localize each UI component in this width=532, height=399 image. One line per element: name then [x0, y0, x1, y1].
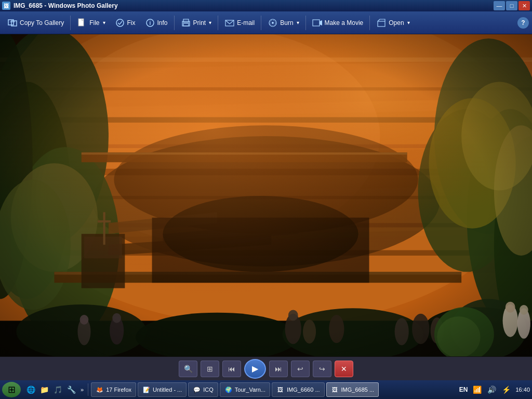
separator-1: [70, 16, 71, 30]
zoom-button[interactable]: 🔍: [179, 361, 197, 377]
taskbar-img6660[interactable]: 🖼 IMG_6660 ...: [272, 382, 325, 397]
tour-taskbar-icon: 🌍: [224, 385, 233, 394]
delete-icon: ✕: [341, 365, 347, 373]
photo-viewer: [0, 34, 532, 356]
burn-button[interactable]: Burn ▾: [263, 14, 303, 32]
taskbar: ⊞ 🌐 📁 🎵 🔧 » 🦊 17 Firefox 📝 Untitled - ..…: [0, 380, 532, 399]
separator-6: [369, 16, 370, 30]
print-label: Print: [193, 19, 206, 26]
svg-rect-14: [378, 21, 385, 26]
firefox-label: 17 Firefox: [106, 387, 131, 393]
open-button[interactable]: Open ▾: [372, 14, 414, 32]
back-icon: ↩: [297, 365, 303, 373]
email-icon: [224, 18, 235, 28]
network-tray-icon[interactable]: 📶: [471, 383, 483, 396]
title-bar-controls: — □ ✕: [494, 1, 530, 10]
play-button[interactable]: ▶: [244, 359, 266, 379]
file-label: File: [89, 19, 99, 26]
img6660-label: IMG_6660 ...: [287, 387, 320, 393]
layout-icon: ⊞: [207, 365, 213, 373]
play-icon: ▶: [252, 364, 258, 374]
power-tray-icon[interactable]: ⚡: [500, 383, 512, 396]
photo-image: [0, 34, 532, 356]
prev-icon: ⏮: [228, 365, 235, 373]
email-button[interactable]: E-mail: [220, 14, 259, 32]
svg-rect-13: [313, 20, 320, 26]
layout-button[interactable]: ⊞: [201, 361, 219, 377]
copy-to-gallery-button[interactable]: Copy To Gallery: [3, 14, 68, 32]
file-dropdown-icon: ▾: [103, 20, 105, 25]
minimize-button[interactable]: —: [494, 1, 505, 10]
burn-icon: [268, 18, 278, 28]
separator-2: [174, 16, 175, 30]
info-icon: i: [145, 18, 155, 28]
svg-text:i: i: [149, 20, 151, 26]
taskbar-tour[interactable]: 🌍 Tour_Varn...: [220, 382, 270, 397]
app-icon: 🖼: [2, 2, 10, 10]
burn-label: Burn: [280, 19, 293, 26]
next-button[interactable]: ⏭: [269, 361, 288, 377]
icq-taskbar-icon: 💬: [193, 385, 201, 394]
print-icon: [181, 18, 191, 28]
svg-rect-86: [0, 34, 532, 356]
untitled-taskbar-icon: 📝: [142, 385, 151, 394]
print-button[interactable]: Print ▾: [177, 14, 216, 32]
close-button[interactable]: ✕: [518, 1, 530, 10]
windows-icon: ⊞: [8, 384, 16, 395]
img6685-taskbar-icon: 🖼: [331, 385, 339, 394]
make-movie-button[interactable]: Make a Movie: [308, 14, 368, 32]
photo-display: [0, 34, 532, 356]
volume-tray-icon[interactable]: 🔊: [485, 383, 498, 396]
email-label: E-mail: [237, 19, 255, 26]
quick-launch: 🌐 📁 🎵 🔧 »: [22, 383, 88, 396]
start-button[interactable]: ⊞: [2, 382, 21, 397]
open-icon: [376, 18, 387, 28]
forward-button[interactable]: ↪: [313, 361, 331, 377]
prev-button[interactable]: ⏮: [222, 361, 241, 377]
taskbar-icq[interactable]: 💬 ICQ: [188, 382, 218, 397]
media-icon-button[interactable]: 🎵: [51, 383, 64, 396]
print-dropdown-icon: ▾: [209, 20, 211, 25]
taskbar-untitled[interactable]: 📝 Untitled - ...: [138, 382, 187, 397]
help-button[interactable]: ?: [517, 17, 529, 29]
zoom-icon: 🔍: [184, 365, 193, 373]
svg-point-3: [116, 19, 124, 26]
folder-icon-button[interactable]: 📁: [38, 383, 50, 396]
delete-button[interactable]: ✕: [335, 361, 353, 377]
separator-4: [261, 16, 261, 30]
tour-label: Tour_Varn...: [235, 387, 265, 393]
clock: 16:40: [515, 387, 530, 393]
more-button[interactable]: »: [78, 387, 86, 393]
open-label: Open: [389, 19, 404, 26]
window-title: IMG_6685 - Windows Photo Gallery: [14, 2, 118, 9]
img6660-taskbar-icon: 🖼: [276, 385, 285, 394]
file-button[interactable]: File ▾: [73, 14, 109, 32]
copy-to-gallery-label: Copy To Gallery: [20, 19, 64, 26]
language-indicator: EN: [459, 386, 468, 393]
icq-label: ICQ: [203, 387, 214, 393]
taskbar-img6685[interactable]: 🖼 IMG_6685 ...: [326, 382, 379, 397]
firefox-taskbar-icon: 🦊: [96, 385, 104, 394]
system-tray: 📶 🔊 ⚡: [471, 383, 512, 396]
img6685-label: IMG_6685 ...: [341, 387, 375, 393]
separator-3: [218, 16, 218, 30]
taskbar-right: EN 📶 🔊 ⚡ 16:40: [459, 383, 530, 396]
info-button[interactable]: i Info: [141, 14, 172, 32]
fix-button[interactable]: Fix: [111, 14, 140, 32]
back-button[interactable]: ↩: [291, 361, 310, 377]
svg-rect-2: [78, 19, 84, 26]
svg-point-11: [272, 22, 274, 24]
forward-icon: ↪: [319, 365, 325, 373]
title-bar-left: 🖼 IMG_6685 - Windows Photo Gallery: [2, 2, 118, 10]
copy-to-gallery-icon: [7, 18, 18, 28]
ie-icon-button[interactable]: 🌐: [24, 383, 37, 396]
maximize-button[interactable]: □: [506, 1, 517, 10]
svg-rect-8: [183, 23, 189, 26]
fix-label: Fix: [127, 19, 136, 26]
help-label: ?: [521, 19, 525, 26]
svg-rect-7: [183, 19, 189, 22]
fix-icon: [115, 18, 125, 28]
unknown-icon-button[interactable]: 🔧: [65, 383, 77, 396]
taskbar-firefox[interactable]: 🦊 17 Firefox: [91, 382, 136, 397]
make-movie-label: Make a Movie: [325, 19, 364, 26]
